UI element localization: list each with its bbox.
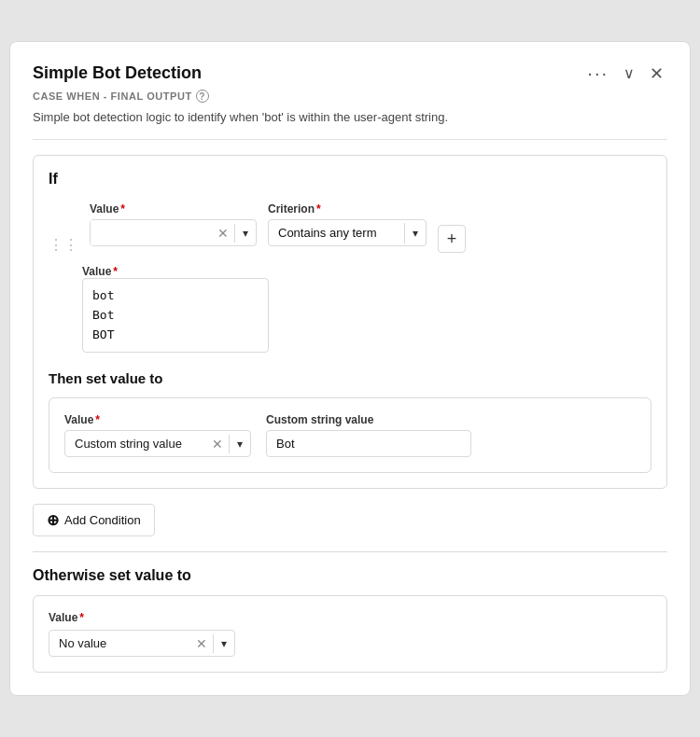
criterion-field-label: Criterion * xyxy=(268,202,427,216)
drag-handle[interactable]: ⋮⋮ xyxy=(49,202,78,254)
value-clear-button[interactable]: ✕ xyxy=(212,222,234,244)
custom-value-field-group: Custom string value xyxy=(266,413,471,457)
otherwise-required-star: * xyxy=(79,611,84,624)
then-value-option: Custom string value xyxy=(65,431,206,456)
then-value-label: Value * xyxy=(64,413,251,426)
then-section-label: Then set value to xyxy=(49,370,651,386)
then-section: Then set value to Value * Custom string … xyxy=(49,370,651,473)
collapse-button[interactable]: ∨ xyxy=(620,63,638,84)
then-clear-button[interactable]: ✕ xyxy=(206,433,229,455)
add-condition-label: Add Condition xyxy=(64,513,141,527)
value-input-control: ✕ ▾ xyxy=(90,219,257,246)
otherwise-dropdown-button[interactable]: ▾ xyxy=(214,633,234,654)
condition-row: ⋮⋮ Value * ✕ ▾ Criterion * xyxy=(49,202,651,254)
add-condition-button[interactable]: ⊕ Add Condition xyxy=(33,504,155,536)
custom-value-input[interactable] xyxy=(266,430,471,457)
required-star: * xyxy=(120,202,125,216)
card-header: Simple Bot Detection ··· ∨ ✕ xyxy=(33,61,667,86)
help-icon[interactable]: ? xyxy=(196,90,209,103)
criterion-required-star: * xyxy=(316,202,321,216)
if-section: If ⋮⋮ Value * ✕ ▾ Criterion xyxy=(33,155,667,489)
otherwise-clear-button[interactable]: ✕ xyxy=(190,633,213,655)
otherwise-label: Otherwise set value to xyxy=(33,567,667,584)
criterion-field-group: Criterion * Contains any term ▾ xyxy=(268,202,427,246)
otherwise-value-control: No value ✕ ▾ xyxy=(49,630,235,657)
more-options-icon: ··· xyxy=(587,63,609,84)
if-label: If xyxy=(49,171,651,188)
card-description: Simple bot detection logic to identify w… xyxy=(33,110,667,124)
values-list-group: Value * bot Bot BOT xyxy=(82,265,651,355)
value-dropdown-button[interactable]: ▾ xyxy=(235,223,256,243)
otherwise-section: Otherwise set value to Value * No value … xyxy=(33,567,667,673)
otherwise-value-option: No value xyxy=(49,631,190,656)
then-value-control: Custom string value ✕ ▾ xyxy=(64,430,251,457)
chevron-down-icon: ∨ xyxy=(623,64,635,82)
value-field-group: Value * ✕ ▾ xyxy=(90,202,257,246)
custom-value-label: Custom string value xyxy=(266,413,471,426)
card-actions: ··· ∨ ✕ xyxy=(583,61,667,86)
then-required-star: * xyxy=(95,413,100,426)
add-criterion-icon: + xyxy=(447,229,457,249)
add-condition-icon: ⊕ xyxy=(47,511,59,529)
then-row: Value * Custom string value ✕ ▾ Custom s… xyxy=(64,413,636,457)
then-value-field-group: Value * Custom string value ✕ ▾ xyxy=(64,413,251,457)
card-subtitle: CASE WHEN - FINAL OUTPUT ? xyxy=(33,90,667,103)
more-options-button[interactable]: ··· xyxy=(583,61,612,86)
card-title: Simple Bot Detection xyxy=(33,63,202,83)
close-button[interactable]: ✕ xyxy=(646,62,667,86)
add-criterion-button[interactable]: + xyxy=(438,225,466,253)
then-dropdown-button[interactable]: ▾ xyxy=(230,434,250,454)
otherwise-value-label: Value * xyxy=(49,611,651,624)
values-required-star: * xyxy=(113,265,118,278)
value-input[interactable] xyxy=(91,220,212,245)
criterion-dropdown-button[interactable]: ▾ xyxy=(404,223,426,243)
otherwise-box: Value * No value ✕ ▾ xyxy=(33,595,667,673)
criterion-select: Contains any term ▾ xyxy=(268,219,427,246)
header-divider xyxy=(33,139,667,140)
section-divider xyxy=(33,551,667,552)
values-textarea[interactable]: bot Bot BOT xyxy=(82,278,269,353)
value-field-label: Value * xyxy=(90,202,257,216)
subtitle-text: CASE WHEN - FINAL OUTPUT xyxy=(33,90,192,102)
values-list-label: Value * xyxy=(82,265,651,278)
criterion-value: Contains any term xyxy=(269,220,404,245)
close-icon: ✕ xyxy=(650,63,664,84)
then-section-box: Value * Custom string value ✕ ▾ Custom s… xyxy=(49,397,651,473)
main-card: Simple Bot Detection ··· ∨ ✕ CASE WHEN -… xyxy=(9,41,691,696)
